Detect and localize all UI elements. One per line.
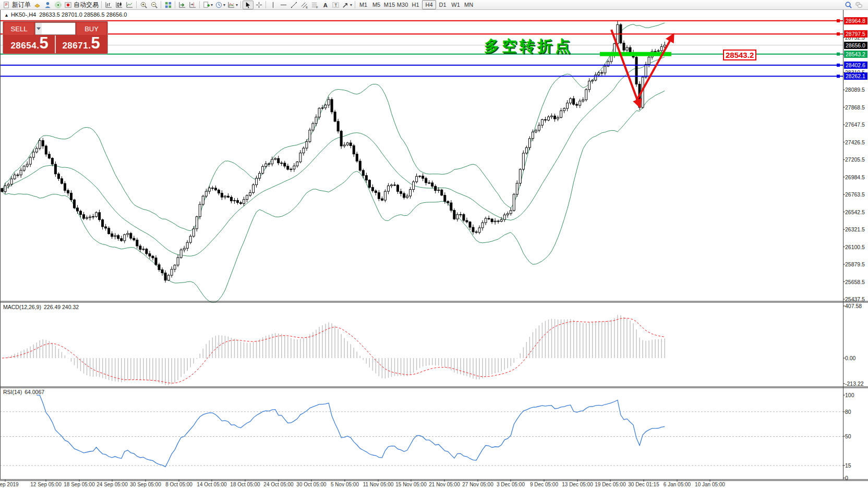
volume-decrease-button[interactable]: [35, 23, 42, 34]
crosshair-tool-button[interactable]: [254, 1, 264, 9]
toolbar-separator: [136, 1, 137, 8]
text-tool-button[interactable]: A: [320, 1, 330, 9]
timeframe-d1-button[interactable]: D1: [436, 1, 449, 9]
buy-price[interactable]: 28671.5: [56, 35, 106, 53]
ohlc-values: 28633.5 28701.0 28586.5 28656.0: [39, 11, 127, 18]
macd-label: MACD(12,26,9)226.49 240.32: [3, 304, 79, 310]
market-watch-icon[interactable]: [32, 1, 42, 9]
price-level-badge: 28402.6: [844, 62, 867, 69]
symbol-period-label: HK50-,H4: [11, 11, 36, 18]
date-axis-label: 19 Dec 05:00: [595, 482, 626, 487]
collapse-icon[interactable]: ▲: [4, 13, 9, 18]
toolbar-separator: [199, 1, 200, 8]
line-chart-icon[interactable]: [124, 1, 135, 9]
macd-scale-label: 0.00: [845, 355, 855, 361]
date-axis-label: 11 Nov 05:00: [363, 482, 394, 487]
price-level-badge: 28964.8: [844, 17, 867, 24]
price-chart[interactable]: [0, 10, 868, 491]
price-tick-label: 26100.5: [845, 244, 865, 250]
price-tick-label: 26321.5: [845, 226, 865, 232]
toolbar-separator: [161, 1, 161, 8]
volume-stepper: [35, 22, 76, 35]
new-order-button[interactable]: 新订单: [2, 1, 32, 9]
date-axis-label: 15 Nov 05:00: [395, 482, 427, 487]
main-toolbar: 新订单自动交易▾▾▾EFAT▾M1M5M15M30H1H4D1W1MN: [0, 0, 868, 10]
autotrade-button[interactable]: 自动交易: [63, 1, 100, 9]
price-tick-label: 25879.5: [845, 261, 865, 267]
arrows-menu-button[interactable]: ▾: [341, 1, 353, 9]
toolbar-separator: [175, 1, 175, 8]
timeframe-h4-button[interactable]: H4: [422, 0, 436, 9]
date-axis-label: 6 Jan 05:00: [664, 482, 691, 487]
price-box-annotation[interactable]: 28543.2: [723, 50, 756, 60]
price-tick-label: 26984.5: [845, 174, 865, 180]
zoom-in-icon[interactable]: [138, 1, 149, 9]
timeframe-m15-button[interactable]: M15: [383, 1, 396, 9]
price-level-badge: 28262.1: [844, 72, 867, 80]
svg-text:E: E: [306, 6, 308, 9]
timeframe-mn-button[interactable]: MN: [462, 1, 475, 9]
indicators-menu-button[interactable]: ▾: [201, 1, 214, 9]
search-icon[interactable]: [843, 1, 853, 9]
trendline-tool-button[interactable]: [288, 1, 299, 9]
rsi-scale-label: 80: [845, 409, 851, 415]
zoom-out-icon[interactable]: [149, 1, 159, 9]
date-axis-label: 30 Sep 05:00: [130, 482, 161, 487]
rsi-scale-label: 0: [845, 475, 848, 481]
signals-icon[interactable]: [53, 1, 63, 9]
date-axis-label: 13 Dec 05:00: [562, 482, 593, 487]
price-tick-label: 28089.5: [845, 87, 865, 93]
turning-point-annotation[interactable]: 多空转折点: [484, 36, 573, 57]
price-tick-label: 25658.5: [845, 279, 865, 285]
date-axis-label: 27 Nov 05:00: [462, 482, 493, 487]
date-axis-label: 9 Dec 05:00: [530, 482, 558, 487]
price-level-badge: 28797.5: [844, 30, 867, 38]
price-tick-label: 25437.5: [845, 296, 865, 302]
price-tick-label: 27868.5: [845, 104, 865, 111]
accounts-icon[interactable]: [42, 1, 53, 9]
date-axis-label: 5 Nov 05:00: [331, 482, 359, 487]
timeframe-m5-button[interactable]: M5: [370, 1, 383, 9]
one-click-trading-panel: SELL BUY 28654.5 28671.5: [3, 21, 108, 54]
chart-area: ▲HK50-,H428633.5 28701.0 28586.5 28656.0…: [0, 10, 868, 491]
date-axis-label: 14 Oct 05:00: [197, 482, 226, 487]
price-tick-label: 26763.5: [845, 191, 865, 198]
text-label-tool-button[interactable]: T: [330, 1, 341, 9]
bar-chart-icon[interactable]: [103, 1, 114, 9]
equidistant-channel-tool-button[interactable]: E: [299, 1, 309, 9]
sell-price[interactable]: 28654.5: [4, 35, 56, 53]
templates-menu-button[interactable]: ▾: [226, 1, 239, 9]
timeframe-h1-button[interactable]: H1: [409, 1, 422, 9]
date-axis-label: 8 Oct 05:00: [165, 482, 192, 487]
timeframe-w1-button[interactable]: W1: [449, 1, 462, 9]
buy-button[interactable]: BUY: [77, 22, 106, 35]
tile-windows-icon[interactable]: [163, 1, 173, 9]
rsi-scale-label: 50: [845, 433, 851, 439]
date-axis-label: 18 Sep 05:00: [64, 482, 95, 487]
horizontal-line-tool-button[interactable]: [278, 1, 288, 9]
price-tick-label: 27205.5: [845, 156, 865, 163]
timeframe-m1-button[interactable]: M1: [357, 1, 370, 9]
date-axis-label: 12 Sep 05:00: [30, 482, 62, 487]
timeframe-m30-button[interactable]: M30: [396, 1, 409, 9]
sell-button[interactable]: SELL: [4, 22, 34, 35]
rsi-scale-label: 15: [845, 462, 851, 469]
candlestick-chart-icon[interactable]: [114, 1, 124, 9]
rsi-scale-label: 100: [845, 392, 854, 398]
vertical-line-tool-button[interactable]: [268, 1, 278, 9]
chat-icon[interactable]: [853, 1, 864, 9]
cursor-tool-button[interactable]: [243, 1, 254, 9]
toolbar-separator: [240, 1, 241, 8]
price-tick-label: 27426.5: [845, 139, 865, 145]
volume-input[interactable]: [42, 23, 76, 34]
chart-shift-icon[interactable]: [187, 1, 198, 9]
price-level-badge: 28656.0: [844, 42, 867, 49]
auto-scroll-icon[interactable]: [177, 1, 187, 9]
periods-menu-button[interactable]: ▾: [214, 1, 226, 9]
date-axis-label: 10 Jan 05:00: [695, 482, 725, 487]
date-axis-label: 30 Oct 05:00: [296, 482, 326, 487]
price-tick-label: 26542.5: [845, 209, 865, 215]
toolbar-separator: [101, 1, 102, 8]
fibonacci-tool-button[interactable]: F: [309, 1, 320, 9]
date-axis-label: 18 Oct 05:00: [230, 482, 260, 487]
